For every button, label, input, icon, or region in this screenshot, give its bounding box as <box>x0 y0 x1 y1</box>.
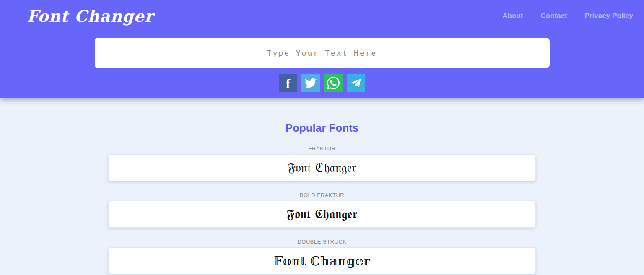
facebook-share-button[interactable]: f <box>279 74 297 92</box>
font-preview-double-struck[interactable]: 𝔽𝕠𝕟𝕥 ℂ𝕙𝕒𝕟𝕘𝕖𝕣 <box>108 247 536 274</box>
nav-link-about[interactable]: About <box>502 12 523 20</box>
font-group-double-struck: DOUBLE STRUCK 𝔽𝕠𝕟𝕥 ℂ𝕙𝕒𝕟𝕘𝕖𝕣 <box>0 239 644 274</box>
facebook-icon: f <box>286 76 290 90</box>
whatsapp-icon <box>327 77 340 89</box>
font-style-label: BOLD FRAKTUR <box>0 192 644 198</box>
text-input[interactable] <box>95 38 550 68</box>
font-group-bold-fraktur: BOLD FRAKTUR 𝕱𝖔𝖓𝖙 𝕮𝖍𝖆𝖓𝖌𝖊𝖗 <box>0 192 644 228</box>
telegram-icon <box>350 77 362 89</box>
header: Font Changer About Contact Privacy Polic… <box>0 0 644 98</box>
main-nav: About Contact Privacy Policy <box>502 12 634 20</box>
nav-link-privacy-policy[interactable]: Privacy Policy <box>585 12 633 20</box>
telegram-share-button[interactable] <box>347 74 365 92</box>
font-group-fraktur: FRAKTUR 𝔉𝔬𝔫𝔱 ℭ𝔥𝔞𝔫𝔤𝔢𝔯 <box>0 145 644 181</box>
section-heading: Popular Fonts <box>0 122 644 135</box>
twitter-share-button[interactable] <box>301 74 320 92</box>
font-preview-fraktur[interactable]: 𝔉𝔬𝔫𝔱 ℭ𝔥𝔞𝔫𝔤𝔢𝔯 <box>108 154 536 181</box>
popular-fonts-section: Popular Fonts FRAKTUR 𝔉𝔬𝔫𝔱 ℭ𝔥𝔞𝔫𝔤𝔢𝔯 BOLD … <box>0 122 644 274</box>
nav-link-contact[interactable]: Contact <box>540 12 567 20</box>
header-top-bar: Font Changer About Contact Privacy Polic… <box>0 0 644 29</box>
font-style-label: FRAKTUR <box>0 145 644 152</box>
social-share-row: f <box>0 74 644 92</box>
twitter-icon <box>305 77 317 89</box>
font-preview-bold-fraktur[interactable]: 𝕱𝖔𝖓𝖙 𝕮𝖍𝖆𝖓𝖌𝖊𝖗 <box>108 201 536 228</box>
font-style-label: DOUBLE STRUCK <box>0 239 644 245</box>
whatsapp-share-button[interactable] <box>324 74 343 92</box>
site-logo[interactable]: Font Changer <box>27 7 153 26</box>
